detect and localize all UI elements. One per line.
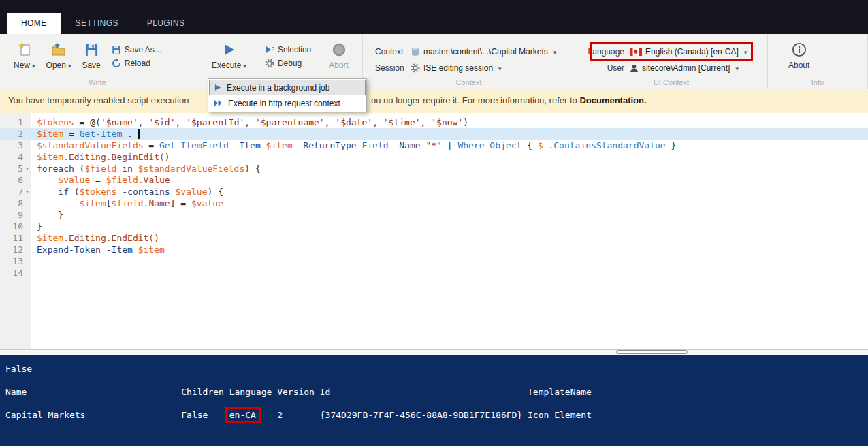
ribbon-group-ui-context: Language English (Canada) [en-CA] User xyxy=(575,34,768,89)
abort-label: Abort xyxy=(329,61,349,70)
menu-item-execute-background-job[interactable]: Execute in a background job xyxy=(209,80,366,95)
ribbon: New Open Save Save As... xyxy=(0,34,868,89)
save-as-icon xyxy=(112,45,121,54)
open-icon xyxy=(51,41,66,59)
abort-icon xyxy=(332,41,347,59)
menu-item-execute-http-request[interactable]: Execute in http request context xyxy=(209,95,366,111)
warning-banner: You have temporarily enabled script exec… xyxy=(0,89,868,113)
tab-settings[interactable]: SETTINGS xyxy=(61,13,133,34)
line-number-gutter: 5▾ xyxy=(0,163,31,174)
chevron-down-icon xyxy=(742,47,748,57)
line-number: 2 xyxy=(18,128,23,140)
line-number-gutter: 7▾ xyxy=(0,186,31,197)
line-number: 4 xyxy=(18,151,23,163)
abort-button[interactable]: Abort xyxy=(323,39,354,71)
menu-item-label: Execute in a background job xyxy=(227,83,329,93)
code-line-1[interactable]: 1$tokens = @('$name', '$id', '$parentId'… xyxy=(0,116,868,128)
code-line-3[interactable]: 3$standardValueFields = Get-ItemField -I… xyxy=(0,140,868,151)
about-label: About xyxy=(788,61,809,70)
line-number-gutter: 10 xyxy=(0,221,31,232)
banner-text-left: You have temporarily enabled script exec… xyxy=(8,95,189,106)
console-row-post: 2 {374D29FB-7F4F-456C-88A8-9BB1F7E186FD}… xyxy=(256,410,592,420)
line-number-gutter: 3 xyxy=(0,140,31,151)
group-label-write: Write xyxy=(0,78,195,86)
line-number-gutter: 6 xyxy=(0,174,31,186)
session-dropdown[interactable]: ISE editing session xyxy=(411,63,502,73)
language-label: Language xyxy=(585,47,624,57)
open-label: Open xyxy=(46,61,66,70)
banner-text-right: ou no longer require it. For more inform… xyxy=(371,95,647,106)
reload-button[interactable]: Reload xyxy=(112,59,161,68)
user-icon xyxy=(630,64,639,73)
line-number: 3 xyxy=(18,140,23,151)
horizontal-scrollbar[interactable] xyxy=(0,349,868,355)
code-line-2[interactable]: 2$item = Get-Item . xyxy=(0,128,868,140)
code-text: $item.Editing.EndEdit() xyxy=(31,232,159,244)
code-text: } xyxy=(31,209,63,221)
console-table-row: Capital Markets False en-CA 2 {374D29FB-… xyxy=(5,409,863,421)
code-line-4[interactable]: 4$item.Editing.BeginEdit() xyxy=(0,151,868,163)
line-number: 12 xyxy=(12,244,23,255)
console-table-header: Name Children Language Version Id Templa… xyxy=(5,386,863,398)
code-line-14[interactable]: 14 xyxy=(0,267,868,278)
code-line-6[interactable]: 6 $value = $field.Value xyxy=(0,174,868,186)
tab-plugins[interactable]: PLUGINS xyxy=(133,13,199,34)
line-number: 6 xyxy=(18,174,23,186)
line-number: 7 xyxy=(18,186,23,197)
code-line-5[interactable]: 5▾foreach ($field in $standardValueField… xyxy=(0,163,868,174)
double-play-icon xyxy=(214,99,223,107)
context-dropdown[interactable]: master:\content\...\Capital Markets xyxy=(411,47,556,57)
line-number: 5 xyxy=(18,163,23,174)
group-label-context: Context xyxy=(363,78,575,86)
documentation-link[interactable]: Documentation. xyxy=(579,95,646,106)
new-button[interactable]: New xyxy=(8,39,41,71)
info-icon xyxy=(792,41,807,59)
line-number: 10 xyxy=(12,221,23,232)
language-dropdown[interactable]: English (Canada) [en-CA] xyxy=(630,47,747,57)
code-line-11[interactable]: 11$item.Editing.EndEdit() xyxy=(0,232,868,244)
tab-home[interactable]: HOME xyxy=(7,13,61,34)
code-line-9[interactable]: 9 } xyxy=(0,209,868,221)
console-blank-line xyxy=(5,375,863,386)
code-text xyxy=(31,255,37,267)
save-as-label: Save As... xyxy=(125,45,161,54)
line-number: 8 xyxy=(18,197,23,209)
chevron-down-icon xyxy=(496,63,502,73)
session-value: ISE editing session xyxy=(423,63,493,73)
chevron-down-icon xyxy=(241,61,246,70)
menu-item-label: Execute in http request context xyxy=(228,99,340,108)
code-editor[interactable]: 1$tokens = @('$name', '$id', '$parentId'… xyxy=(0,113,868,349)
code-line-13[interactable]: 13 xyxy=(0,255,868,267)
about-button[interactable]: About xyxy=(783,39,815,71)
code-line-10[interactable]: 10} xyxy=(0,221,868,232)
code-line-7[interactable]: 7▾ if ($tokens -contains $value) { xyxy=(0,186,868,197)
save-button[interactable]: Save xyxy=(76,39,106,71)
code-line-12[interactable]: 12Expand-Token -Item $item xyxy=(0,244,868,255)
play-icon xyxy=(214,84,221,91)
open-button[interactable]: Open xyxy=(41,39,77,71)
chevron-down-icon xyxy=(66,61,71,70)
save-label: Save xyxy=(82,61,100,70)
code-text xyxy=(31,267,37,278)
line-number-gutter: 11 xyxy=(0,232,31,244)
execute-icon xyxy=(221,41,236,59)
banner-text-right-fragment: ou no longer require it. For more inform… xyxy=(371,95,579,106)
selection-button[interactable]: Selection xyxy=(265,45,311,54)
code-lines-container: 1$tokens = @('$name', '$id', '$parentId'… xyxy=(0,116,868,278)
execute-button[interactable]: Execute xyxy=(206,39,252,71)
ribbon-group-info: About Info xyxy=(768,34,868,89)
save-as-button[interactable]: Save As... xyxy=(112,45,161,54)
selection-icon xyxy=(265,45,274,54)
new-label: New xyxy=(14,61,30,70)
user-dropdown[interactable]: sitecore\Admin [Current] xyxy=(630,63,739,73)
context-value: master:\content\...\Capital Markets xyxy=(423,47,548,57)
fold-marker-icon[interactable]: ▾ xyxy=(23,163,31,174)
line-number-gutter: 4 xyxy=(0,151,31,163)
line-number: 14 xyxy=(12,267,23,278)
code-text: $tokens = @('$name', '$id', '$parentId',… xyxy=(31,116,468,128)
debug-button[interactable]: Debug xyxy=(265,59,311,68)
code-line-8[interactable]: 8 $item[$field.Name] = $value xyxy=(0,197,868,209)
group-label-info: Info xyxy=(768,78,867,86)
horizontal-scrollbar-thumb[interactable] xyxy=(616,350,688,354)
fold-marker-icon[interactable]: ▾ xyxy=(23,186,31,197)
